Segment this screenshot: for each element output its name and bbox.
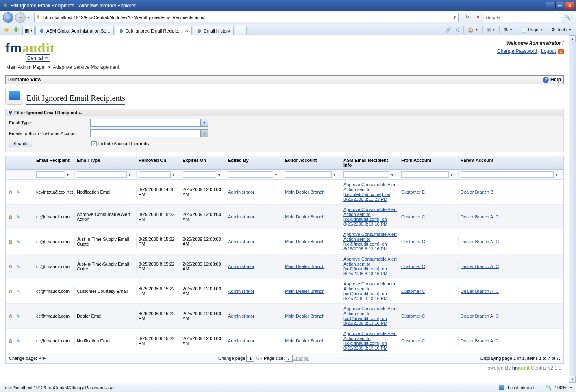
filter-icon[interactable]: ▼ — [172, 172, 176, 177]
from-link[interactable]: Customer C — [401, 314, 425, 318]
dropdown-icon[interactable]: ▼ — [200, 130, 208, 137]
col-editoracct[interactable]: Editor Account — [283, 156, 341, 169]
checkbox-icon[interactable]: ✓ — [91, 141, 97, 146]
page-number-input[interactable] — [246, 355, 254, 362]
go-button[interactable]: Go — [256, 356, 262, 361]
edit-icon[interactable]: ✎ — [15, 338, 21, 344]
first-page-icon[interactable]: ◀ — [39, 356, 41, 360]
from-link[interactable]: Customer C — [401, 264, 425, 269]
delete-icon[interactable]: 🗑 — [8, 288, 13, 294]
from-link[interactable]: Customer C — [401, 289, 425, 294]
tab-edit-ignored[interactable]: Edit Ignored Email Recipie...✕ — [115, 26, 192, 35]
page-size-input[interactable] — [285, 355, 293, 362]
scroll-down-icon[interactable]: ▼ — [569, 376, 576, 383]
filter-icon[interactable]: ▼ — [274, 172, 278, 177]
delete-icon[interactable]: 🗑 — [8, 214, 13, 220]
delete-icon[interactable]: 🗑 — [8, 189, 13, 195]
filter-removed[interactable] — [139, 171, 171, 178]
parent-link[interactable]: Dealer Branch A_C — [461, 214, 499, 219]
filter-editoracct[interactable] — [285, 171, 332, 178]
col-editedby[interactable]: Edited By — [226, 156, 283, 169]
delete-icon[interactable]: 🗑 — [8, 313, 13, 319]
info-link[interactable]: Approve Consumable Alert Action sent to … — [343, 207, 397, 226]
tools-menu[interactable]: ⚙Tools▼ — [550, 26, 573, 34]
blog-icon[interactable]: 🔗 — [444, 26, 453, 34]
editoracct-link[interactable]: Main Dealer Branch — [285, 239, 324, 244]
forward-button[interactable]: → — [15, 12, 26, 23]
filter-icon[interactable]: ▼ — [66, 172, 70, 177]
info-link[interactable]: Approve Consumable Alert Action sent to … — [343, 281, 397, 301]
vertical-scrollbar[interactable]: ▲ ▼ — [569, 35, 576, 383]
delete-icon[interactable]: 🗑 — [8, 264, 13, 269]
editedby-link[interactable]: Administrator — [228, 264, 254, 269]
zoom-dropdown[interactable]: ▼ — [569, 386, 572, 389]
filter-icon[interactable]: ▼ — [333, 172, 337, 177]
logout-link[interactable]: Logout — [541, 48, 556, 54]
search-input[interactable] — [484, 14, 561, 21]
breadcrumb-main[interactable]: Main Admin Page — [6, 64, 44, 70]
help-icon[interactable]: ? — [543, 77, 549, 83]
back-button[interactable]: ← — [3, 12, 13, 23]
add-favorites-icon[interactable]: ✚ — [13, 26, 21, 33]
editedby-link[interactable]: Administrator — [228, 214, 254, 219]
home-button[interactable]: 🏠▼ — [466, 26, 480, 34]
info-link[interactable]: Approve Consumable Alert Action sent to … — [343, 232, 397, 251]
address-bar[interactable]: ▾ — [34, 13, 459, 22]
filter-from[interactable] — [401, 171, 449, 178]
from-link[interactable]: Customer C — [401, 239, 425, 244]
col-from[interactable]: From Account — [399, 156, 459, 169]
search-button[interactable]: Search — [9, 140, 32, 147]
col-info[interactable]: ASM Email Recipient Info — [341, 156, 399, 169]
include-hierarchy-checkbox[interactable]: ✓ Include Account hierarchy — [91, 141, 150, 146]
col-parent[interactable]: Parent Account — [459, 156, 563, 169]
editoracct-link[interactable]: Main Dealer Branch — [285, 189, 324, 194]
filter-recipient[interactable] — [36, 171, 65, 178]
new-tab-button[interactable] — [235, 26, 247, 35]
stop-button[interactable]: ✕ — [473, 13, 482, 22]
filter-editedby[interactable] — [228, 171, 273, 178]
editedby-link[interactable]: Administrator — [228, 189, 254, 194]
parent-link[interactable]: Dealer Branch A_C — [461, 338, 499, 343]
dev-icon[interactable]: ⟨⟩ — [454, 26, 461, 34]
close-button[interactable]: ✕ — [565, 2, 574, 9]
filter-icon[interactable]: ▼ — [217, 172, 221, 177]
filter-header[interactable]: ⮟ Filter Ignored Email Recipients... — [6, 109, 563, 116]
address-dropdown[interactable]: ▾ — [451, 15, 458, 20]
from-link[interactable]: Customer E — [401, 189, 425, 194]
filter-icon[interactable]: ▼ — [554, 172, 559, 177]
minimize-button[interactable]: ─ — [546, 2, 554, 9]
zoom-level[interactable]: 100% — [555, 385, 566, 390]
print-button[interactable]: 🖶▼ — [502, 26, 514, 34]
quick-tabs-button[interactable]: ▦▾ — [22, 26, 35, 35]
change-page-size[interactable]: Change — [293, 356, 309, 361]
maximize-button[interactable]: ▭ — [555, 2, 564, 9]
editedby-link[interactable]: Administrator — [228, 338, 254, 343]
favorites-icon[interactable]: ★ — [4, 26, 11, 33]
account-select[interactable]: ▼ — [90, 129, 208, 137]
editoracct-link[interactable]: Main Dealer Branch — [285, 289, 324, 294]
filter-icon[interactable]: ▼ — [450, 172, 454, 177]
editoracct-link[interactable]: Main Dealer Branch — [285, 338, 324, 343]
last-page-icon[interactable]: ▶ — [43, 356, 46, 360]
edit-icon[interactable]: ✎ — [15, 313, 21, 319]
from-link[interactable]: Customer C — [401, 214, 425, 219]
col-recipient[interactable]: Email Recipient — [34, 156, 75, 169]
editedby-link[interactable]: Administrator — [228, 239, 254, 244]
edit-icon[interactable]: ✎ — [15, 239, 21, 244]
refresh-button[interactable]: ↻ — [463, 13, 472, 22]
editoracct-link[interactable]: Main Dealer Branch — [285, 214, 324, 219]
page-menu[interactable]: 📄Page▼ — [519, 26, 545, 34]
editoracct-link[interactable]: Main Dealer Branch — [285, 314, 324, 318]
zoom-icon[interactable]: 🔍 — [546, 385, 552, 390]
col-removed[interactable]: Removed On — [137, 156, 180, 169]
scroll-up-icon[interactable]: ▲ — [569, 35, 576, 42]
collapse-icon[interactable]: ⮟ — [8, 110, 13, 115]
printable-view-label[interactable]: Printable View — [8, 77, 41, 83]
search-button[interactable]: 🔍▾ — [563, 13, 573, 22]
parent-link[interactable]: Dealer Branch A_C — [461, 264, 499, 269]
editoracct-link[interactable]: Main Dealer Branch — [285, 264, 324, 269]
filter-parent[interactable] — [461, 171, 554, 178]
tab-close-icon[interactable]: ✕ — [185, 28, 188, 33]
edit-icon[interactable]: ✎ — [15, 214, 21, 220]
edit-icon[interactable]: ✎ — [15, 288, 21, 294]
